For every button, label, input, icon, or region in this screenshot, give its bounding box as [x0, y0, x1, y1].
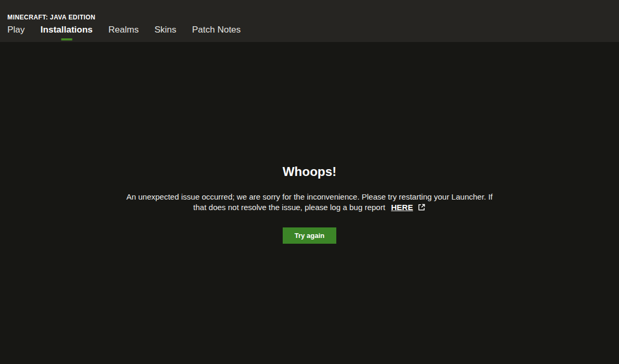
external-link-icon[interactable] — [418, 203, 426, 214]
error-message: An unexpected issue occurred; we are sor… — [119, 192, 500, 214]
main-content: Whoops! An unexpected issue occurred; we… — [0, 42, 619, 364]
tab-patch-notes-label: Patch Notes — [192, 25, 241, 35]
tab-realms[interactable]: Realms — [108, 24, 139, 36]
tab-patch-notes[interactable]: Patch Notes — [192, 24, 241, 36]
tab-skins-label: Skins — [154, 25, 177, 35]
tab-installations[interactable]: Installations — [40, 24, 92, 36]
tab-installations-label: Installations — [40, 25, 92, 35]
tab-play-label: Play — [7, 25, 25, 35]
bug-report-link[interactable]: HERE — [391, 203, 413, 212]
active-tab-underline — [61, 38, 72, 40]
error-title: Whoops! — [283, 163, 337, 180]
error-panel: Whoops! An unexpected issue occurred; we… — [119, 163, 500, 244]
tab-skins[interactable]: Skins — [154, 24, 177, 36]
app-title: MINECRAFT: JAVA EDITION — [7, 14, 96, 21]
error-message-text: An unexpected issue occurred; we are sor… — [126, 192, 492, 212]
launcher-header: MINECRAFT: JAVA EDITION Play Installatio… — [0, 0, 619, 42]
tab-realms-label: Realms — [108, 25, 139, 35]
tab-play[interactable]: Play — [7, 24, 25, 36]
nav-tabs: Play Installations Realms Skins Patch No… — [7, 24, 241, 36]
try-again-button[interactable]: Try again — [283, 227, 336, 244]
